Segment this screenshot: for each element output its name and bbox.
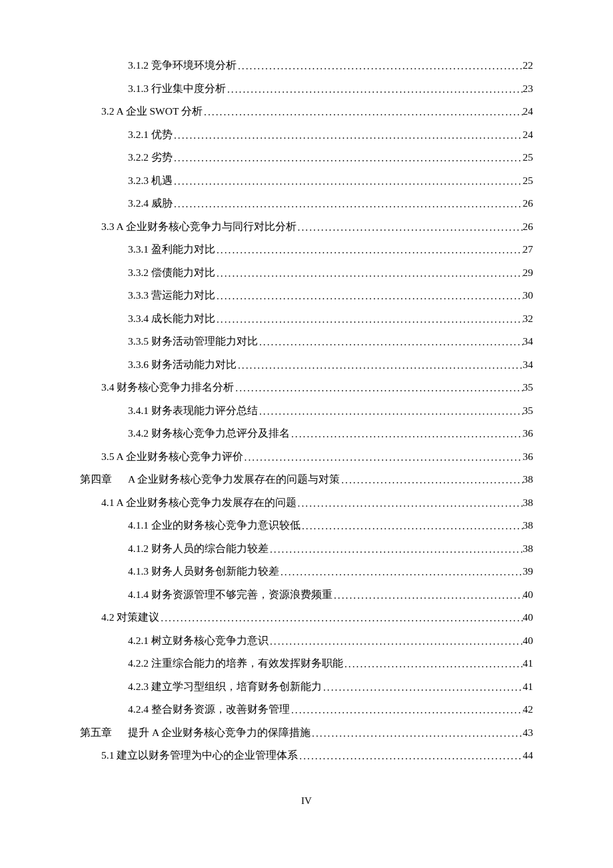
toc-entry-label: 第四章A 企业财务核心竞争力发展存在的问题与对策 — [80, 474, 340, 485]
toc-entry: 3.3.5 财务活动管理能力对比34 — [80, 336, 533, 347]
toc-dots — [340, 475, 522, 485]
toc-entry-page: 36 — [523, 428, 534, 439]
toc-entry-page: 26 — [523, 221, 534, 232]
toc-entry-label: 3.2.3 机遇 — [128, 175, 173, 186]
toc-entry-page: 40 — [523, 589, 534, 600]
toc-entry-page: 44 — [523, 750, 534, 761]
toc-entry-page: 43 — [523, 727, 534, 738]
toc-dots — [279, 567, 523, 577]
toc-entry-label: 3.4.2 财务核心竞争力总评分及排名 — [128, 428, 290, 439]
toc-entry-label: 3.3.3 营运能力对比 — [128, 290, 215, 301]
toc-entry: 5.1 建立以财务管理为中心的企业管理体系44 — [80, 750, 533, 761]
toc-entry: 3.3.2 偿债能力对比29 — [80, 267, 533, 278]
toc-dots — [297, 222, 523, 233]
toc-dots — [310, 728, 522, 739]
toc-entry-page: 35 — [523, 382, 534, 393]
toc-entry: 4.2.3 建立学习型组织，培育财务创新能力41 — [80, 681, 533, 692]
toc-entry: 4.1.1 企业的财务核心竞争力意识较低38 — [80, 520, 533, 531]
toc-entry: 3.2.2 劣势25 — [80, 152, 533, 163]
toc-dots — [243, 452, 523, 463]
toc-entry: 3.3.6 财务活动能力对比34 — [80, 359, 533, 370]
toc-entry: 3.3.3 营运能力对比30 — [80, 290, 533, 301]
toc-entry: 4.1.4 财务资源管理不够完善，资源浪费频重40 — [80, 589, 533, 600]
table-of-contents: 3.1.2 竞争环境环境分析223.1.3 行业集中度分析233.2 A 企业 … — [80, 60, 533, 761]
toc-entry-page: 38 — [523, 520, 534, 531]
toc-entry: 3.3 A 企业财务核心竞争力与同行对比分析26 — [80, 221, 533, 232]
toc-entry-page: 38 — [523, 543, 534, 554]
toc-dots — [269, 544, 523, 555]
toc-entry-label: 4.1.3 财务人员财务创新能力较差 — [128, 566, 279, 577]
toc-entry-page: 27 — [523, 244, 534, 255]
toc-entry-page: 40 — [523, 612, 534, 623]
toc-entry-label: 3.4.1 财务表现能力评分总结 — [128, 405, 258, 416]
toc-dots — [258, 406, 523, 417]
toc-entry-page: 36 — [523, 451, 534, 462]
toc-entry-label: 3.3.6 财务活动能力对比 — [128, 359, 237, 370]
toc-entry-label: 4.1.2 财务人员的综合能力较差 — [128, 543, 269, 554]
toc-entry-label: 4.1.1 企业的财务核心竞争力意识较低 — [128, 520, 301, 531]
toc-dots — [234, 383, 522, 393]
toc-dots — [173, 176, 523, 187]
toc-entry: 3.2 A 企业 SWOT 分析24 — [80, 106, 533, 117]
toc-entry: 4.1.3 财务人员财务创新能力较差39 — [80, 566, 533, 577]
toc-dots — [297, 498, 523, 509]
toc-entry-label: 3.1.2 竞争环境环境分析 — [128, 60, 237, 71]
toc-entry-page: 38 — [523, 474, 534, 485]
toc-dots — [226, 84, 523, 95]
toc-entry-page: 22 — [523, 60, 534, 71]
toc-entry: 3.4.2 财务核心竞争力总评分及排名36 — [80, 428, 533, 439]
toc-entry: 3.2.1 优势24 — [80, 129, 533, 140]
toc-entry: 4.2 对策建议40 — [80, 612, 533, 623]
toc-entry-label: 3.2 A 企业 SWOT 分析 — [101, 106, 203, 117]
toc-entry-page: 25 — [523, 175, 534, 186]
toc-entry: 4.1 A 企业财务核心竞争力发展存在的问题38 — [80, 497, 533, 508]
toc-dots — [203, 107, 523, 117]
toc-dots — [332, 590, 523, 601]
toc-dots — [258, 337, 523, 347]
toc-entry: 3.4.1 财务表现能力评分总结35 — [80, 405, 533, 416]
toc-entry-page: 41 — [523, 681, 534, 692]
toc-entry-page: 29 — [523, 267, 534, 278]
toc-entry: 3.4 财务核心竞争力排名分析35 — [80, 382, 533, 393]
page-number: IV — [0, 795, 613, 807]
toc-entry-label: 3.5 A 企业财务核心竞争力评价 — [101, 451, 243, 462]
toc-entry: 4.2.1 树立财务核心竞争力意识40 — [80, 635, 533, 646]
toc-entry-page: 23 — [523, 83, 534, 94]
toc-entry-page: 39 — [523, 566, 534, 577]
toc-entry-page: 32 — [523, 313, 534, 324]
toc-dots — [215, 291, 523, 301]
toc-entry: 4.2.2 注重综合能力的培养，有效发挥财务职能41 — [80, 658, 533, 669]
toc-dots — [269, 636, 523, 647]
toc-dots — [159, 613, 522, 623]
toc-dots — [290, 429, 523, 439]
toc-dots — [173, 153, 523, 163]
toc-entry-label: 3.2.4 威胁 — [128, 198, 173, 209]
toc-entry-label: 3.2.1 优势 — [128, 129, 173, 140]
toc-entry-label: 4.1.4 财务资源管理不够完善，资源浪费频重 — [128, 589, 332, 600]
toc-entry-page: 34 — [523, 336, 534, 347]
toc-entry-page: 35 — [523, 405, 534, 416]
toc-entry: 第五章提升 A 企业财务核心竞争力的保障措施43 — [80, 727, 533, 738]
toc-dots — [173, 199, 523, 209]
toc-entry-page: 38 — [523, 497, 534, 508]
toc-dots — [215, 245, 523, 255]
toc-entry-page: 40 — [523, 635, 534, 646]
toc-entry-label: 3.3 A 企业财务核心竞争力与同行对比分析 — [101, 221, 297, 232]
toc-entry: 3.3.1 盈利能力对比27 — [80, 244, 533, 255]
toc-entry-label: 4.2.4 整合财务资源，改善财务管理 — [128, 704, 290, 715]
toc-entry-label: 4.1 A 企业财务核心竞争力发展存在的问题 — [101, 497, 297, 508]
toc-entry-page: 25 — [523, 152, 534, 163]
toc-entry: 4.1.2 财务人员的综合能力较差38 — [80, 543, 533, 554]
toc-dots — [322, 682, 523, 693]
toc-dots — [215, 268, 523, 279]
toc-entry-label: 3.3.5 财务活动管理能力对比 — [128, 336, 258, 347]
toc-entry: 3.1.3 行业集中度分析23 — [80, 83, 533, 94]
toc-entry: 4.2.4 整合财务资源，改善财务管理42 — [80, 704, 533, 715]
toc-entry-label: 3.2.2 劣势 — [128, 152, 173, 163]
toc-dots — [301, 521, 523, 531]
toc-dots — [298, 751, 522, 761]
toc-entry-page: 30 — [523, 290, 534, 301]
toc-entry-label: 3.3.4 成长能力对比 — [128, 313, 215, 324]
toc-entry-label: 4.2.3 建立学习型组织，培育财务创新能力 — [128, 681, 322, 692]
toc-entry-label: 4.2.2 注重综合能力的培养，有效发挥财务职能 — [128, 658, 343, 669]
